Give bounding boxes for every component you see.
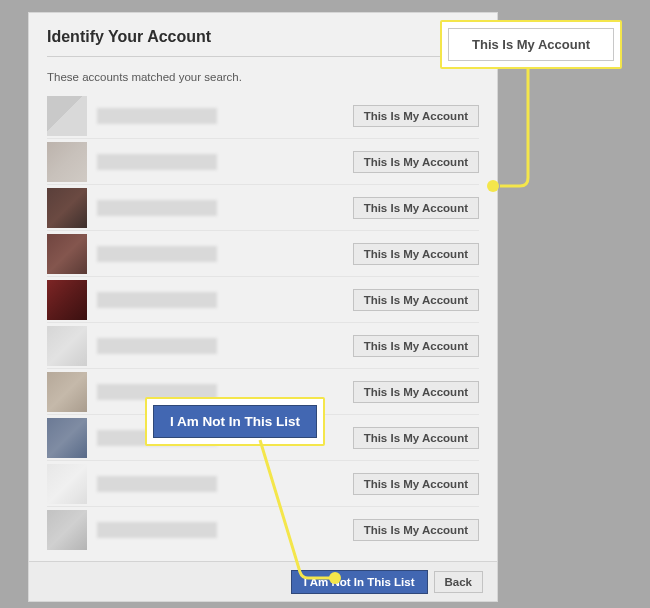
result-row: This Is My Account [47,507,479,553]
callout-mid-label: I Am Not In This List [153,405,317,438]
results-list: This Is My AccountThis Is My AccountThis… [47,93,479,553]
avatar [47,464,87,504]
account-name-redacted [97,200,217,216]
account-name-redacted [97,246,217,262]
avatar [47,418,87,458]
account-name-redacted [97,108,217,124]
back-button[interactable]: Back [434,571,484,593]
identify-account-panel: Identify Your Account These accounts mat… [28,12,498,602]
page-title: Identify Your Account [47,28,479,57]
result-row: This Is My Account [47,277,479,323]
account-name-redacted [97,338,217,354]
avatar [47,234,87,274]
account-name-redacted [97,522,217,538]
page-subtitle: These accounts matched your search. [47,71,479,83]
result-row: This Is My Account [47,185,479,231]
account-name-redacted [97,154,217,170]
avatar [47,280,87,320]
account-name-redacted [97,292,217,308]
result-row: This Is My Account [47,139,479,185]
result-row: This Is My Account [47,231,479,277]
avatar [47,96,87,136]
avatar [47,326,87,366]
account-name-redacted [97,476,217,492]
avatar [47,142,87,182]
this-is-my-account-button[interactable]: This Is My Account [353,335,479,357]
footer-bar: I Am Not In This List Back [29,561,497,601]
this-is-my-account-button[interactable]: This Is My Account [353,427,479,449]
this-is-my-account-button[interactable]: This Is My Account [353,473,479,495]
not-in-list-button[interactable]: I Am Not In This List [291,570,428,594]
this-is-my-account-button[interactable]: This Is My Account [353,105,479,127]
avatar [47,188,87,228]
this-is-my-account-button[interactable]: This Is My Account [353,243,479,265]
result-row: This Is My Account [47,93,479,139]
this-is-my-account-button[interactable]: This Is My Account [353,197,479,219]
this-is-my-account-button[interactable]: This Is My Account [353,151,479,173]
callout-not-in-list: I Am Not In This List [145,397,325,446]
this-is-my-account-button[interactable]: This Is My Account [353,289,479,311]
this-is-my-account-button[interactable]: This Is My Account [353,381,479,403]
avatar [47,372,87,412]
callout-this-is-my-account: This Is My Account [440,20,622,69]
avatar [47,510,87,550]
result-row: This Is My Account [47,461,479,507]
callout-top-label: This Is My Account [448,28,614,61]
result-row: This Is My Account [47,323,479,369]
this-is-my-account-button[interactable]: This Is My Account [353,519,479,541]
